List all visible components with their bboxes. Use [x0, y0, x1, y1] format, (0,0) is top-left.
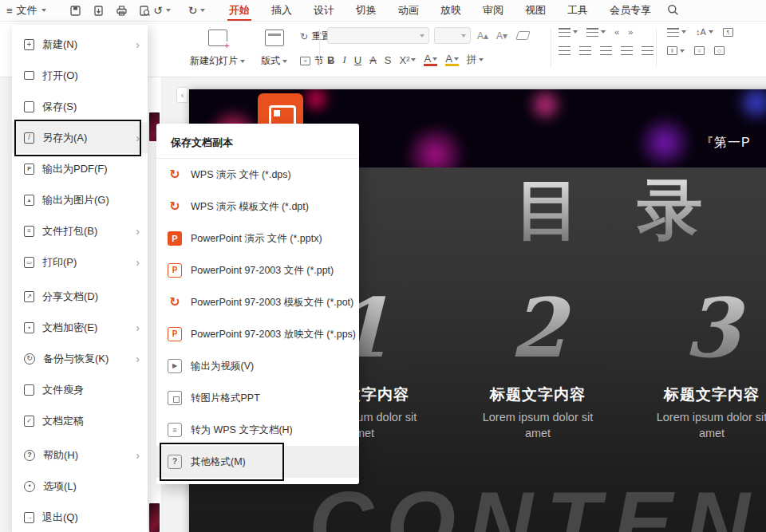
submenu-item-other-format[interactable]: 其他格式(M): [156, 446, 359, 478]
file-menu-item-new[interactable]: 新建(N): [12, 29, 148, 60]
underline-button[interactable]: U: [354, 54, 361, 66]
paragraph-layout-icon: ¶: [723, 28, 733, 37]
layout-button[interactable]: 版式: [258, 26, 290, 72]
tab-insert[interactable]: 插入: [271, 0, 292, 21]
font-size-select[interactable]: [434, 27, 471, 44]
slide-watermark-text[interactable]: CONTENTS: [309, 479, 766, 532]
tab-tools[interactable]: 工具: [567, 0, 588, 21]
file-menu-item-label: 打印(P): [42, 255, 77, 270]
pinyin-button[interactable]: 拼: [467, 53, 484, 67]
layout-icon: [265, 30, 284, 46]
submenu-item-dps[interactable]: WPS 演示 文件 (*.dps): [156, 159, 359, 191]
submenu-item-dpt[interactable]: WPS 演示 模板文件 (*.dpt): [156, 191, 359, 223]
align-objects-button[interactable]: ⌗: [694, 46, 705, 55]
align-center-button[interactable]: [579, 46, 591, 55]
submenu-item-export-video[interactable]: 输出为视频(V): [156, 350, 359, 382]
decrease-indent-button[interactable]: «: [614, 27, 619, 37]
export-pdf-button[interactable]: [92, 4, 105, 17]
increase-font-button[interactable]: A▴: [476, 30, 490, 41]
line-spacing-button[interactable]: [667, 28, 686, 37]
paragraph-layout-button[interactable]: ¶: [723, 28, 733, 37]
undo-button[interactable]: ↺: [153, 5, 163, 16]
video-icon: [168, 359, 182, 373]
file-menu-item-open[interactable]: 打开(O): [12, 60, 148, 91]
tab-slideshow[interactable]: 放映: [440, 0, 461, 21]
submenu-item-pot[interactable]: PowerPoint 97-2003 模板文件 (*.pot): [156, 286, 359, 318]
file-menu-item-export-pdf[interactable]: 输出为PDF(F): [12, 153, 148, 184]
export-image-icon: [24, 195, 34, 206]
superscript-button[interactable]: X²: [399, 54, 416, 66]
chevron-down-icon: [479, 58, 484, 61]
file-menu-item-backup[interactable]: 备份与恢复(K): [12, 343, 148, 374]
justify-button[interactable]: [621, 46, 633, 55]
font-family-select[interactable]: [327, 27, 429, 44]
submenu-item-label: PowerPoint 演示 文件 (*.pptx): [191, 232, 322, 246]
clear-format-icon[interactable]: [515, 31, 531, 40]
submenu-arrow-icon: [136, 39, 140, 50]
convert-smartart-button[interactable]: ◇: [714, 46, 725, 55]
file-menu-item-label: 备份与恢复(K): [43, 352, 109, 366]
file-menu-panel: 新建(N) 打开(O) 保存(S) 另存为(A) 输出为PDF(F) 输出为图片…: [12, 25, 148, 532]
slide-title-text[interactable]: 目 录: [459, 175, 766, 244]
file-menu-item-options[interactable]: 选项(L): [12, 471, 148, 502]
submenu-item-pptx[interactable]: PowerPoint 演示 文件 (*.pptx): [156, 223, 359, 254]
tab-home[interactable]: 开始: [229, 0, 250, 21]
section-icon: ≡: [300, 57, 310, 65]
options-gear-icon: [24, 481, 35, 492]
strikethrough-button[interactable]: A: [369, 54, 377, 66]
tab-view[interactable]: 视图: [525, 0, 546, 21]
increase-indent-button[interactable]: »: [628, 27, 633, 37]
slide-corner-text[interactable]: 『第一P: [701, 135, 751, 152]
text-shadow-button[interactable]: S: [385, 54, 392, 66]
submenu-item-image-ppt[interactable]: 转图片格式PPT: [156, 382, 359, 414]
italic-button[interactable]: I: [342, 53, 345, 66]
toc-item-3[interactable]: 3 标题文字内容 Lorem ipsum dolor sit amet: [624, 287, 766, 441]
save-button[interactable]: [69, 4, 81, 17]
undo-dropdown-icon[interactable]: [166, 9, 171, 12]
bullets-button[interactable]: [559, 28, 578, 37]
submenu-item-ppt[interactable]: PowerPoint 97-2003 文件 (*.ppt): [156, 254, 359, 286]
file-menu-button[interactable]: ≡ 文件: [6, 0, 46, 21]
file-menu-item-file-slim[interactable]: 文件瘦身: [12, 374, 148, 405]
file-menu-item-print[interactable]: 打印(P): [12, 246, 148, 278]
tab-review[interactable]: 审阅: [483, 0, 503, 21]
collapse-pane-button[interactable]: [176, 87, 188, 103]
file-menu-item-save[interactable]: 保存(S): [12, 91, 148, 122]
highlight-color-button[interactable]: A: [445, 53, 459, 66]
new-slide-label: 新建幻灯片: [190, 54, 238, 68]
toc-item-2[interactable]: 2 标题文字内容 Lorem ipsum dolor sit amet: [450, 287, 626, 441]
redo-dropdown-icon[interactable]: [200, 9, 205, 12]
line-spacing-icon: [667, 28, 679, 37]
numbering-button[interactable]: [586, 28, 606, 37]
file-menu-item-exit[interactable]: 退出(Q): [12, 502, 148, 532]
slide-thumbnail[interactable]: [149, 503, 160, 532]
tab-member[interactable]: 会员专享: [610, 0, 651, 21]
file-menu-item-file-package[interactable]: 文件打包(B): [12, 215, 148, 246]
redo-button[interactable]: ↻: [188, 5, 198, 16]
new-slide-button[interactable]: 新建幻灯片: [187, 26, 248, 72]
print-preview-button[interactable]: [138, 4, 151, 17]
bold-button[interactable]: B: [327, 54, 334, 66]
decrease-font-button[interactable]: A▾: [495, 30, 509, 41]
submenu-item-pps[interactable]: PowerPoint 97-2003 放映文件 (*.pps): [156, 318, 359, 350]
submenu-item-wps-doc[interactable]: 转为 WPS 文字文档(H): [156, 414, 359, 446]
font-color-button[interactable]: A: [424, 53, 437, 66]
file-menu-item-export-image[interactable]: 输出为图片(G): [12, 184, 148, 215]
file-menu-item-share[interactable]: 分享文档(D): [12, 281, 148, 312]
file-menu-item-finalize[interactable]: 文档定稿: [12, 405, 148, 436]
tab-design[interactable]: 设计: [314, 0, 334, 21]
tab-animation[interactable]: 动画: [398, 0, 419, 21]
search-button[interactable]: [667, 4, 679, 16]
print-button[interactable]: [115, 4, 128, 17]
tab-transition[interactable]: 切换: [356, 0, 377, 21]
ribbon-tabs: 开始 插入 设计 切换 动画 放映 审阅 视图 工具 会员专享: [229, 0, 651, 21]
print-icon: [116, 5, 128, 17]
columns-button[interactable]: ‖: [667, 46, 685, 55]
align-left-button[interactable]: [559, 46, 571, 55]
text-direction-button[interactable]: ↕A: [696, 27, 713, 37]
file-menu-item-encrypt[interactable]: 文档加密(E): [12, 312, 148, 343]
align-right-button[interactable]: [600, 46, 612, 55]
file-menu-item-help[interactable]: 帮助(H): [12, 439, 148, 471]
distribute-button[interactable]: [642, 46, 653, 55]
file-menu-item-save-as[interactable]: 另存为(A): [12, 122, 148, 153]
